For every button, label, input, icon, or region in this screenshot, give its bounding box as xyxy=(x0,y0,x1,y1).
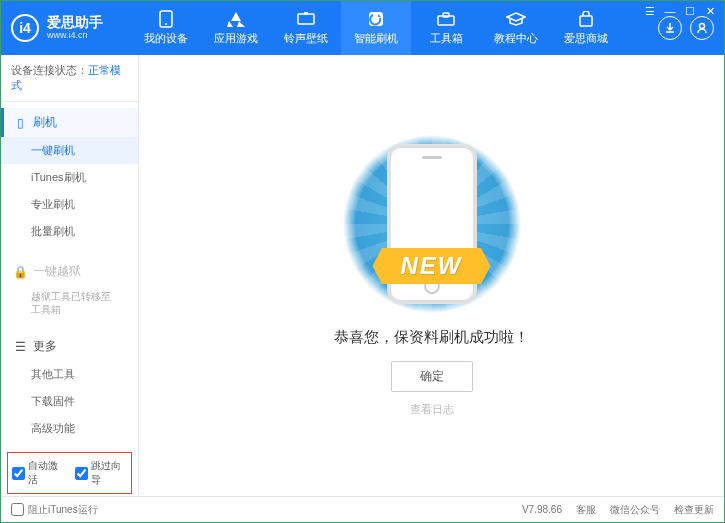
svg-rect-2 xyxy=(298,14,314,24)
skip-guide-checkbox[interactable]: 跳过向导 xyxy=(75,459,128,487)
svg-rect-3 xyxy=(304,12,308,15)
device-icon xyxy=(156,10,176,28)
options-row: 自动激活 跳过向导 xyxy=(7,452,132,494)
sidebar-header-more[interactable]: ☰ 更多 xyxy=(1,332,138,361)
main-content: NEW 恭喜您，保资料刷机成功啦！ 确定 查看日志 xyxy=(139,55,724,496)
sidebar-item-pro[interactable]: 专业刷机 xyxy=(1,191,138,218)
ok-button[interactable]: 确定 xyxy=(391,361,473,392)
maximize-icon[interactable]: ☐ xyxy=(683,4,697,18)
store-icon xyxy=(576,10,596,28)
auto-activate-checkbox[interactable]: 自动激活 xyxy=(12,459,65,487)
nav-tabs: 我的设备 应用游戏 铃声壁纸 智能刷机 工具箱 教程中心 xyxy=(131,1,658,55)
tab-ringtone[interactable]: 铃声壁纸 xyxy=(271,1,341,55)
app-name: 爱思助手 xyxy=(47,15,103,30)
logo: i4 爱思助手 www.i4.cn xyxy=(11,14,131,42)
statusbar: 阻止iTunes运行 V7.98.66 客服 微信公众号 检查更新 xyxy=(1,496,724,522)
tab-toolbox[interactable]: 工具箱 xyxy=(411,1,481,55)
phone-icon: ▯ xyxy=(13,116,27,130)
sidebar: 设备连接状态：正常模式 ▯ 刷机 一键刷机 iTunes刷机 专业刷机 批量刷机… xyxy=(1,55,139,496)
version-label: V7.98.66 xyxy=(522,504,562,515)
user-icon[interactable] xyxy=(690,16,714,40)
view-log-link[interactable]: 查看日志 xyxy=(410,402,454,417)
jailbreak-note: 越狱工具已转移至 工具箱 xyxy=(1,286,138,320)
sidebar-item-advanced[interactable]: 高级功能 xyxy=(1,415,138,442)
svg-rect-6 xyxy=(443,13,449,17)
svg-point-1 xyxy=(165,23,167,25)
ringtone-icon xyxy=(296,10,316,28)
tutorial-icon xyxy=(506,10,526,28)
close-icon[interactable]: ✕ xyxy=(703,4,717,18)
minimize-icon[interactable]: — xyxy=(663,4,677,18)
lock-icon: 🔒 xyxy=(13,265,27,279)
app-url: www.i4.cn xyxy=(47,31,103,41)
tab-store[interactable]: 爱思商城 xyxy=(551,1,621,55)
flash-icon xyxy=(366,10,386,28)
wechat-link[interactable]: 微信公众号 xyxy=(610,503,660,517)
sidebar-item-batch[interactable]: 批量刷机 xyxy=(1,218,138,245)
sidebar-header-flash[interactable]: ▯ 刷机 xyxy=(1,108,138,137)
tab-tutorial[interactable]: 教程中心 xyxy=(481,1,551,55)
window-controls: ☰ — ☐ ✕ xyxy=(643,4,717,18)
tab-flash[interactable]: 智能刷机 xyxy=(341,1,411,55)
sidebar-item-other[interactable]: 其他工具 xyxy=(1,361,138,388)
tray-icon[interactable]: ☰ xyxy=(643,4,657,18)
connection-status: 设备连接状态：正常模式 xyxy=(1,55,138,102)
update-link[interactable]: 检查更新 xyxy=(674,503,714,517)
tab-my-device[interactable]: 我的设备 xyxy=(131,1,201,55)
block-itunes-checkbox[interactable]: 阻止iTunes运行 xyxy=(11,503,98,517)
sidebar-item-download[interactable]: 下载固件 xyxy=(1,388,138,415)
download-icon[interactable] xyxy=(658,16,682,40)
svg-rect-7 xyxy=(580,16,592,26)
sidebar-item-oneclick[interactable]: 一键刷机 xyxy=(1,137,138,164)
svg-point-8 xyxy=(700,24,705,29)
sidebar-item-itunes[interactable]: iTunes刷机 xyxy=(1,164,138,191)
sidebar-header-jailbreak: 🔒 一键越狱 xyxy=(1,257,138,286)
success-illustration: NEW xyxy=(332,134,532,314)
menu-icon: ☰ xyxy=(13,340,27,354)
new-ribbon: NEW xyxy=(373,248,491,284)
titlebar: i4 爱思助手 www.i4.cn 我的设备 应用游戏 铃声壁纸 智能刷机 xyxy=(1,1,724,55)
tab-apps[interactable]: 应用游戏 xyxy=(201,1,271,55)
service-link[interactable]: 客服 xyxy=(576,503,596,517)
apps-icon xyxy=(226,10,246,28)
logo-icon: i4 xyxy=(11,14,39,42)
success-message: 恭喜您，保资料刷机成功啦！ xyxy=(334,328,529,347)
toolbox-icon xyxy=(436,10,456,28)
